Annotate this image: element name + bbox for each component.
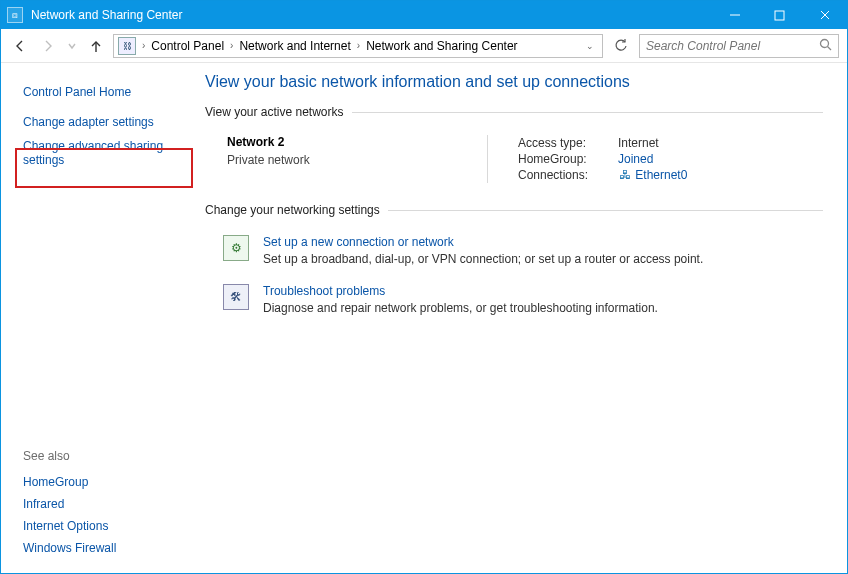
chevron-right-icon: › — [142, 40, 145, 51]
troubleshoot-icon: 🛠 — [223, 284, 249, 310]
chevron-right-icon: › — [230, 40, 233, 51]
network-type: Private network — [227, 149, 487, 167]
title-bar: ⧈ Network and Sharing Center — [1, 1, 847, 29]
troubleshoot-desc: Diagnose and repair network problems, or… — [263, 298, 658, 315]
access-type-label: Access type: — [518, 136, 608, 150]
setup-connection-icon: ⚙ — [223, 235, 249, 261]
connections-label: Connections: — [518, 168, 608, 182]
window-title: Network and Sharing Center — [31, 8, 712, 22]
search-icon — [819, 38, 832, 54]
refresh-button[interactable] — [609, 34, 633, 58]
ethernet-icon: 🖧 — [618, 168, 632, 182]
setup-connection-option[interactable]: ⚙ Set up a new connection or network Set… — [205, 227, 823, 276]
close-button[interactable] — [802, 1, 847, 29]
page-title: View your basic network information and … — [205, 73, 823, 91]
breadcrumb-item[interactable]: Control Panel — [151, 39, 224, 53]
change-settings-heading: Change your networking settings — [205, 203, 380, 217]
nav-up-button[interactable] — [85, 35, 107, 57]
address-bar: ⛓ › Control Panel › Network and Internet… — [1, 29, 847, 63]
setup-connection-title: Set up a new connection or network — [263, 235, 703, 249]
active-network-block: Network 2 Private network Access type: I… — [205, 129, 823, 197]
main-panel: View your basic network information and … — [201, 63, 847, 573]
change-adapter-settings-link[interactable]: Change adapter settings — [23, 111, 189, 133]
network-name: Network 2 — [227, 135, 487, 149]
homegroup-label: HomeGroup: — [518, 152, 608, 166]
breadcrumb[interactable]: ⛓ › Control Panel › Network and Internet… — [113, 34, 603, 58]
troubleshoot-option[interactable]: 🛠 Troubleshoot problems Diagnose and rep… — [205, 276, 823, 325]
internet-options-link[interactable]: Internet Options — [23, 515, 116, 537]
infrared-link[interactable]: Infrared — [23, 493, 116, 515]
chevron-right-icon: › — [357, 40, 360, 51]
breadcrumb-item[interactable]: Network and Sharing Center — [366, 39, 517, 53]
app-icon: ⧈ — [7, 7, 23, 23]
search-input[interactable] — [646, 39, 813, 53]
svg-rect-1 — [775, 11, 784, 20]
setup-connection-desc: Set up a broadband, dial-up, or VPN conn… — [263, 249, 703, 266]
see-also-heading: See also — [23, 443, 116, 471]
windows-firewall-link[interactable]: Windows Firewall — [23, 537, 116, 559]
connection-link[interactable]: Ethernet0 — [635, 168, 687, 182]
sidebar: Control Panel Home Change adapter settin… — [1, 63, 201, 573]
search-box[interactable] — [639, 34, 839, 58]
nav-recent-dropdown[interactable] — [65, 35, 79, 57]
control-panel-home-link[interactable]: Control Panel Home — [23, 81, 189, 109]
homegroup-link[interactable]: HomeGroup — [23, 471, 116, 493]
active-networks-heading: View your active networks — [205, 105, 344, 119]
breadcrumb-dropdown-icon[interactable]: ⌄ — [582, 41, 598, 51]
minimize-button[interactable] — [712, 1, 757, 29]
change-advanced-sharing-link[interactable]: Change advanced sharing settings — [23, 135, 189, 171]
maximize-button[interactable] — [757, 1, 802, 29]
nav-forward-button[interactable] — [37, 35, 59, 57]
svg-point-5 — [821, 39, 829, 47]
network-sharing-icon: ⛓ — [118, 37, 136, 55]
access-type-value: Internet — [618, 136, 659, 150]
breadcrumb-item[interactable]: Network and Internet — [239, 39, 350, 53]
homegroup-value-link[interactable]: Joined — [618, 152, 653, 166]
troubleshoot-title: Troubleshoot problems — [263, 284, 658, 298]
svg-line-6 — [828, 46, 832, 50]
nav-back-button[interactable] — [9, 35, 31, 57]
